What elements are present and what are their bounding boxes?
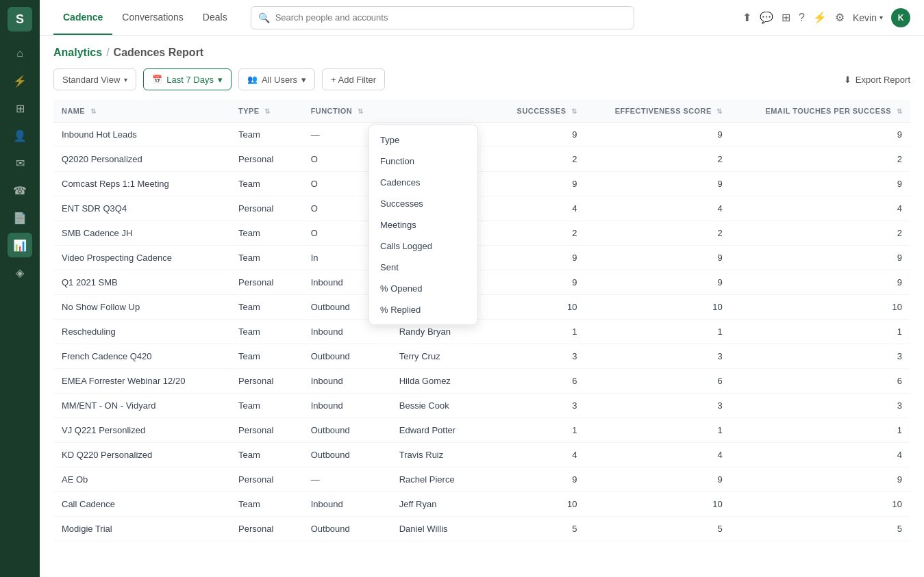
table-row: Inbound Hot Leads Team — 9 9 9 <box>53 123 910 147</box>
dropdown-item-calls-logged[interactable]: Calls Logged <box>369 235 477 257</box>
cell-email-touches: 2 <box>731 147 910 172</box>
sidebar-icon-integrations[interactable]: ◈ <box>8 260 32 285</box>
cell-effectiveness: 9 <box>585 172 730 196</box>
cell-successes: 4 <box>495 443 585 467</box>
sidebar-icon-home[interactable]: ⌂ <box>8 41 32 66</box>
activity-icon[interactable]: ⬆ <box>742 11 751 24</box>
cell-effectiveness: 3 <box>585 394 730 418</box>
dropdown-item-pct-replied[interactable]: % Replied <box>369 299 477 320</box>
apps-icon[interactable]: ⊞ <box>782 11 790 24</box>
chevron-down-icon: ▾ <box>124 76 127 84</box>
cell-successes: 9 <box>495 246 585 270</box>
cell-type: Personal <box>230 517 303 541</box>
nav-cadence[interactable]: Cadence <box>53 1 112 35</box>
cell-effectiveness: 9 <box>585 270 730 295</box>
cell-email-touches: 9 <box>731 467 910 492</box>
cell-type: Personal <box>230 147 303 172</box>
sort-icon-effectiveness: ⇅ <box>716 107 722 115</box>
table-row: Comcast Reps 1:1 Meeting Team O ler 9 9 … <box>53 172 910 196</box>
col-header-email-touches[interactable]: EMAIL TOUCHES PER SUCCESS ⇅ <box>731 100 910 123</box>
lightning-icon[interactable]: ⚡ <box>813 11 827 24</box>
chat-icon[interactable]: 💬 <box>760 11 773 24</box>
cell-owner: Rachel Pierce <box>391 467 496 492</box>
cell-successes: 5 <box>495 517 585 541</box>
cell-type: Personal <box>230 369 303 394</box>
dropdown-item-successes[interactable]: Successes <box>369 193 477 214</box>
dropdown-item-meetings[interactable]: Meetings <box>369 214 477 235</box>
view-label: Standard View <box>62 75 120 85</box>
col-header-successes[interactable]: SUCCESSES ⇅ <box>495 100 585 123</box>
sidebar-icon-activity[interactable]: ⚡ <box>8 68 32 93</box>
cell-name: Comcast Reps 1:1 Meeting <box>53 172 230 196</box>
sidebar-icon-reports[interactable]: 📄 <box>8 205 32 230</box>
sidebar-icon-mail[interactable]: ✉ <box>8 151 32 175</box>
nav-deals[interactable]: Deals <box>193 1 237 35</box>
cell-type: Personal <box>230 418 303 443</box>
cell-type: Team <box>230 320 303 344</box>
sidebar-icon-phone[interactable]: ☎ <box>8 178 32 203</box>
export-button[interactable]: ⬇ Export Report <box>844 75 910 85</box>
dropdown-item-sent[interactable]: Sent <box>369 257 477 278</box>
top-nav: Cadence Conversations Deals 🔍 ⬆ 💬 ⊞ ? ⚡ … <box>40 0 924 36</box>
cell-name: Inbound Hot Leads <box>53 123 230 147</box>
help-icon[interactable]: ? <box>799 12 805 24</box>
cell-function: Inbound <box>303 492 391 517</box>
cell-type: Team <box>230 394 303 418</box>
table-header-row: NAME ⇅ TYPE ⇅ FUNCTION ⇅ <box>53 100 910 123</box>
cell-email-touches: 1 <box>731 320 910 344</box>
table-row: AE Ob Personal — Rachel Pierce 9 9 9 <box>53 467 910 492</box>
col-header-type[interactable]: TYPE ⇅ <box>230 100 303 123</box>
cell-email-touches: 1 <box>731 418 910 443</box>
cell-name: Modigie Trial <box>53 517 230 541</box>
breadcrumb-parent[interactable]: Analytics <box>53 47 102 59</box>
cell-successes: 9 <box>495 467 585 492</box>
cell-successes: 10 <box>495 295 585 320</box>
table-row: No Show Follow Up Team Outbound Shawn Al… <box>53 295 910 320</box>
standard-view-button[interactable]: Standard View ▾ <box>53 68 136 90</box>
cell-effectiveness: 9 <box>585 467 730 492</box>
dropdown-item-type[interactable]: Type <box>369 129 477 151</box>
date-filter-button[interactable]: 📅 Last 7 Days ▾ <box>143 68 232 90</box>
add-filter-button[interactable]: + Add Filter <box>322 68 385 90</box>
search-bar[interactable]: 🔍 <box>251 6 634 29</box>
col-header-function[interactable]: FUNCTION ⇅ <box>303 100 391 123</box>
users-filter-button[interactable]: 👥 All Users ▾ <box>238 68 315 90</box>
dropdown-item-cadences[interactable]: Cadences <box>369 172 477 193</box>
cell-successes: 3 <box>495 394 585 418</box>
cell-effectiveness: 2 <box>585 221 730 246</box>
cell-owner: Edward Potter <box>391 418 496 443</box>
sidebar-icon-analytics[interactable]: 📊 <box>8 233 32 257</box>
search-input[interactable] <box>275 12 627 23</box>
dropdown-item-function[interactable]: Function <box>369 151 477 172</box>
cell-successes: 1 <box>495 418 585 443</box>
add-filter-label: + Add Filter <box>331 75 376 85</box>
cell-effectiveness: 4 <box>585 196 730 221</box>
chevron-down-icon: ▾ <box>879 14 883 21</box>
cell-name: AE Ob <box>53 467 230 492</box>
cell-owner: Hilda Gomez <box>391 369 496 394</box>
table-row: ENT SDR Q3Q4 Personal O 4 4 4 <box>53 196 910 221</box>
cell-name: No Show Follow Up <box>53 295 230 320</box>
sort-icon-function: ⇅ <box>358 107 363 115</box>
dropdown-item-pct-opened[interactable]: % Opened <box>369 278 477 299</box>
cell-successes: 3 <box>495 344 585 369</box>
col-header-name[interactable]: NAME ⇅ <box>53 100 230 123</box>
sidebar-icon-users[interactable]: 👤 <box>8 123 32 148</box>
breadcrumb: Analytics / Cadences Report <box>53 47 910 59</box>
cell-email-touches: 4 <box>731 196 910 221</box>
user-menu[interactable]: Kevin ▾ <box>853 12 883 23</box>
cell-name: ENT SDR Q3Q4 <box>53 196 230 221</box>
cell-effectiveness: 10 <box>585 295 730 320</box>
col-header-effectiveness[interactable]: EFFECTIVENESS SCORE ⇅ <box>585 100 730 123</box>
users-label: All Users <box>262 75 297 85</box>
nav-conversations[interactable]: Conversations <box>112 1 193 35</box>
cell-name: VJ Q221 Personlized <box>53 418 230 443</box>
cell-type: Team <box>230 221 303 246</box>
table-row: Video Prospecting Cadence Team In ell 9 … <box>53 246 910 270</box>
sort-icon-email-touches: ⇅ <box>897 107 902 115</box>
settings-icon[interactable]: ⚙ <box>835 11 845 24</box>
sidebar-icon-grid[interactable]: ⊞ <box>8 96 32 120</box>
cell-name: EMEA Forrester Webinar 12/20 <box>53 369 230 394</box>
top-nav-right: ⬆ 💬 ⊞ ? ⚡ ⚙ Kevin ▾ K <box>742 8 910 27</box>
cell-name: MM/ENT - ON - Vidyard <box>53 394 230 418</box>
